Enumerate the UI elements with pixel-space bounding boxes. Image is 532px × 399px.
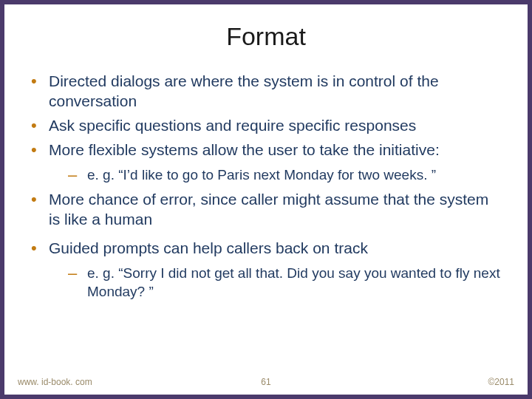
slide-content: Directed dialogs are where the system is… bbox=[4, 72, 528, 301]
list-item: More flexible systems allow the user to … bbox=[30, 140, 502, 185]
bullet-text: Directed dialogs are where the system is… bbox=[49, 72, 439, 109]
bullet-text: Ask specific questions and require speci… bbox=[49, 117, 416, 134]
slide: Format Directed dialogs are where the sy… bbox=[0, 0, 532, 399]
list-item: Ask specific questions and require speci… bbox=[30, 116, 502, 136]
list-item: e. g. “Sorry I did not get all that. Did… bbox=[49, 265, 502, 301]
sub-bullet-list: e. g. “I’d like to go to Paris next Mond… bbox=[49, 166, 502, 185]
bullet-text: More flexible systems allow the user to … bbox=[49, 141, 440, 158]
list-item: e. g. “I’d like to go to Paris next Mond… bbox=[49, 166, 502, 185]
footer-left: www. id-book. com bbox=[18, 377, 92, 387]
sub-bullet-list: e. g. “Sorry I did not get all that. Did… bbox=[49, 265, 502, 301]
footer-page-number: 61 bbox=[261, 377, 270, 387]
bullet-list: Directed dialogs are where the system is… bbox=[30, 72, 502, 301]
list-item: More chance of error, since caller might… bbox=[30, 190, 502, 230]
page-title: Format bbox=[4, 22, 528, 51]
list-item: Directed dialogs are where the system is… bbox=[30, 72, 502, 112]
sub-bullet-text: e. g. “I’d like to go to Paris next Mond… bbox=[87, 167, 436, 183]
bullet-text: Guided prompts can help callers back on … bbox=[49, 239, 368, 256]
sub-bullet-text: e. g. “Sorry I did not get all that. Did… bbox=[87, 265, 500, 299]
list-item: Guided prompts can help callers back on … bbox=[30, 239, 502, 301]
footer-copyright: ©2011 bbox=[488, 377, 514, 387]
bullet-text: More chance of error, since caller might… bbox=[49, 191, 488, 228]
slide-footer: www. id-book. com 61 ©2011 bbox=[4, 377, 528, 387]
